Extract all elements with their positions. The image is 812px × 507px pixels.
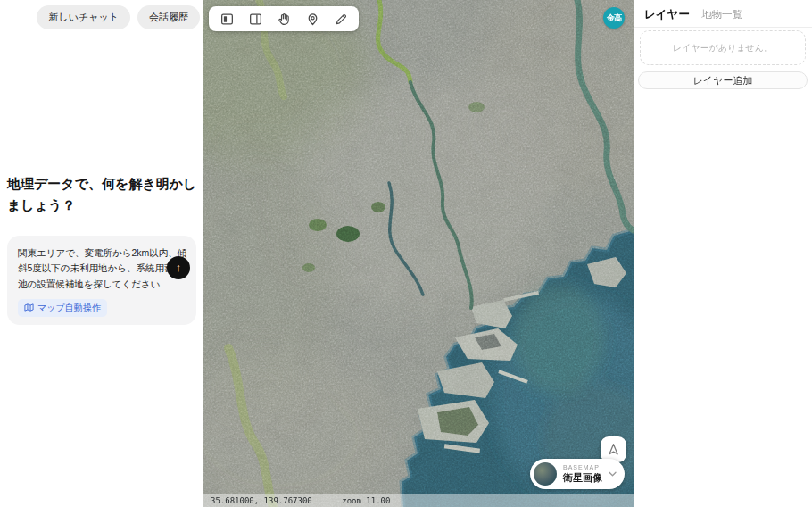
basemap-selected-value: 衛星画像 bbox=[563, 472, 602, 484]
pan-hand-icon bbox=[277, 12, 292, 27]
chat-heading: 地理データで、何を解き明かしましょう？ bbox=[7, 173, 202, 216]
user-avatar[interactable]: 金高 bbox=[603, 7, 625, 29]
split-view-right-icon bbox=[248, 12, 263, 27]
zoom-level-readout: zoom 11.00 bbox=[342, 496, 390, 505]
marker-pin-icon bbox=[305, 12, 320, 27]
chat-panel: 新しいチャット 会話履歴 地理データで、何を解き明かしましょう？ 関東エリアで、… bbox=[0, 0, 203, 507]
map-icon bbox=[24, 303, 34, 312]
basemap-selector[interactable]: BASEMAP 衛星画像 bbox=[530, 459, 625, 489]
chevron-down-icon bbox=[609, 471, 617, 477]
send-button[interactable]: ↑ bbox=[167, 256, 190, 279]
map-auto-operation-label: マップ自動操作 bbox=[37, 302, 101, 314]
statusbar-separator: | bbox=[325, 496, 329, 505]
coordinates-readout: 35.681000, 139.767300 bbox=[211, 496, 312, 505]
suggestion-text: 関東エリアで、変電所から2km以内、傾斜5度以下の未利用地から、系統用蓄電池の設… bbox=[18, 245, 187, 292]
app-window: 新しいチャット 会話履歴 地理データで、何を解き明かしましょう？ 関東エリアで、… bbox=[0, 0, 812, 507]
basemap-labels: BASEMAP 衛星画像 bbox=[563, 464, 602, 484]
layers-panel: レイヤー 地物一覧 レイヤーがありません。 レイヤー追加 bbox=[634, 0, 812, 507]
chat-actions: 新しいチャット 会話履歴 bbox=[37, 5, 200, 29]
new-chat-button[interactable]: 新しいチャット bbox=[37, 5, 130, 29]
basemap-kicker: BASEMAP bbox=[563, 464, 602, 471]
split-view-right-button[interactable] bbox=[247, 11, 263, 27]
layers-empty-state: レイヤーがありません。 bbox=[640, 30, 806, 65]
chat-panel-divider bbox=[0, 29, 203, 29]
conversation-history-button[interactable]: 会話履歴 bbox=[137, 5, 200, 29]
map-auto-operation-badge: マップ自動操作 bbox=[18, 299, 107, 317]
map-toolbar bbox=[209, 6, 359, 31]
tab-layers[interactable]: レイヤー bbox=[644, 7, 690, 22]
split-view-left-icon bbox=[220, 12, 235, 27]
layers-panel-divider bbox=[634, 27, 812, 28]
add-layer-button[interactable]: レイヤー追加 bbox=[638, 71, 808, 89]
north-arrow-icon bbox=[606, 442, 621, 457]
map-canvas[interactable]: 金高 BASEMAP 衛星画像 35.681000, 139.767300 | … bbox=[203, 0, 634, 507]
draw-tool-button[interactable] bbox=[333, 11, 349, 27]
split-view-left-button[interactable] bbox=[219, 11, 235, 27]
suggestion-card[interactable]: 関東エリアで、変電所から2km以内、傾斜5度以下の未利用地から、系統用蓄電池の設… bbox=[7, 236, 196, 325]
satellite-imagery bbox=[203, 0, 634, 507]
map-statusbar: 35.681000, 139.767300 | zoom 11.00 bbox=[203, 494, 634, 507]
layers-empty-message: レイヤーがありません。 bbox=[673, 42, 773, 54]
draw-pen-icon bbox=[334, 12, 349, 27]
marker-tool-button[interactable] bbox=[304, 11, 320, 27]
basemap-thumbnail bbox=[534, 462, 557, 486]
tab-feature-list[interactable]: 地物一覧 bbox=[701, 8, 742, 21]
layers-panel-tabs: レイヤー 地物一覧 bbox=[644, 7, 742, 22]
pan-tool-button[interactable] bbox=[276, 11, 292, 27]
